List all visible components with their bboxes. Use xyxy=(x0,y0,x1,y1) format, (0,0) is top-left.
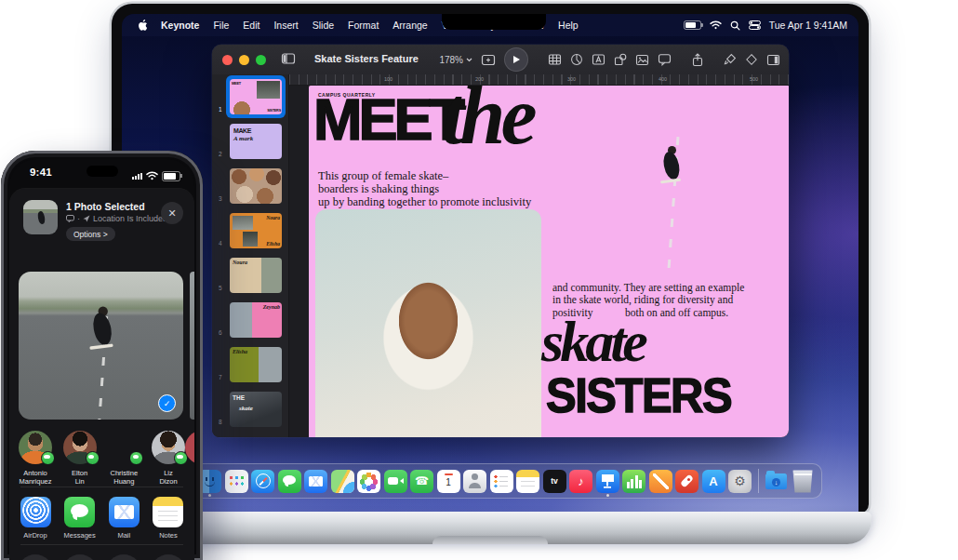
photos-dock-icon[interactable] xyxy=(357,470,380,493)
pages-dock-icon[interactable] xyxy=(649,470,672,493)
copy-action-button[interactable] xyxy=(18,554,53,560)
tv-dock-icon[interactable]: tv xyxy=(543,470,566,493)
zoom-level-dropdown[interactable]: 178% xyxy=(439,55,472,65)
chevron-down-icon xyxy=(466,58,472,62)
system-settings-dock-icon[interactable]: ⚙ xyxy=(728,470,752,493)
menu-item-insert[interactable]: Insert xyxy=(273,20,298,31)
slide-thumbnail-1[interactable]: 1 MEET SISTERS xyxy=(212,74,288,119)
messages-dock-icon[interactable] xyxy=(278,470,301,493)
slide-headline-skate[interactable]: skate xyxy=(541,309,645,375)
maps-dock-icon[interactable] xyxy=(331,470,354,493)
calendar-dock-icon[interactable]: 1 xyxy=(437,470,460,493)
table-icon[interactable] xyxy=(548,53,562,66)
slide-headline-meet[interactable]: MEET xyxy=(313,93,461,146)
add-to-album-action-button[interactable] xyxy=(106,554,141,560)
safari-dock-icon[interactable] xyxy=(251,470,274,493)
share-icon[interactable] xyxy=(691,53,704,67)
document-panel-icon[interactable] xyxy=(766,54,780,66)
wifi-icon[interactable] xyxy=(710,20,722,30)
spotlight-search-icon[interactable] xyxy=(730,20,740,31)
share-sheet-title: 1 Photo Selected xyxy=(66,201,145,212)
contact-christine[interactable]: Christine Huang xyxy=(103,431,144,487)
app-store-dock-icon[interactable]: A xyxy=(702,470,725,493)
close-button[interactable]: ✕ xyxy=(161,202,183,224)
trash-dock-icon[interactable] xyxy=(792,470,815,493)
downloads-dock-icon[interactable]: ↓ xyxy=(765,470,788,493)
phone-dock-icon[interactable]: ☎ xyxy=(410,470,433,493)
shared-album-action-button[interactable] xyxy=(62,554,98,560)
slide-photo-skater[interactable] xyxy=(550,90,783,275)
slide-thumbnail-8[interactable]: 8 THE skate xyxy=(212,387,288,432)
rocket-app-dock-icon[interactable] xyxy=(675,470,699,493)
selected-photo[interactable]: ✓ xyxy=(19,272,183,420)
control-center-icon[interactable] xyxy=(749,20,761,30)
notes-option[interactable]: Notes xyxy=(148,497,189,540)
keynote-dock-icon[interactable] xyxy=(596,470,619,493)
slide-thumbnail-4[interactable]: 4 Noura Elisha xyxy=(212,208,288,253)
status-time: 9:41 xyxy=(30,167,52,178)
messages-badge-icon xyxy=(86,451,100,465)
minimize-window-button[interactable] xyxy=(239,55,249,65)
chart-icon[interactable] xyxy=(570,53,583,66)
menu-clock[interactable]: Tue Apr 1 9:41AM xyxy=(769,20,847,31)
menu-item-help[interactable]: Help xyxy=(558,20,579,31)
airplay-action-button[interactable] xyxy=(151,554,186,560)
comment-icon[interactable] xyxy=(658,53,672,66)
airdrop-contacts-row: Antonio Manriquez Elton Lin Christine Hu… xyxy=(15,431,189,487)
slide-photo-portrait[interactable] xyxy=(315,209,541,437)
add-slide-button[interactable] xyxy=(481,54,496,66)
slide-navigator: 1 MEET SISTERS 2 MAKE A mark xyxy=(212,74,289,437)
text-box-icon[interactable] xyxy=(592,53,605,66)
horizontal-ruler: 100 200 300 400 500 xyxy=(289,74,789,86)
contacts-dock-icon[interactable] xyxy=(463,470,486,493)
view-sidebar-toggle-icon[interactable] xyxy=(281,52,296,65)
launchpad-dock-icon[interactable] xyxy=(225,470,248,493)
cellular-signal-icon xyxy=(132,172,142,180)
mail-dock-icon[interactable] xyxy=(304,470,327,493)
slide-headline-sisters[interactable]: SISTERS xyxy=(546,368,731,422)
menu-item-file[interactable]: File xyxy=(213,20,229,31)
slide-thumbnail-3[interactable]: 3 xyxy=(212,164,288,208)
close-window-button[interactable] xyxy=(222,55,233,65)
menu-item-format[interactable]: Format xyxy=(348,20,379,31)
contact-liz[interactable]: Liz Dizon xyxy=(148,431,189,487)
contact-elton[interactable]: Elton Lin xyxy=(60,431,100,487)
slide-headline-the[interactable]: the xyxy=(442,86,532,163)
slide-thumbnail-7[interactable]: 7 Elisha xyxy=(212,342,288,387)
format-brush-icon[interactable] xyxy=(724,53,737,66)
slide-thumbnail-6[interactable]: 6 Zeynab xyxy=(212,298,288,342)
numbers-dock-icon[interactable] xyxy=(622,470,645,493)
facetime-dock-icon[interactable] xyxy=(384,470,407,493)
avatar xyxy=(107,431,140,464)
media-icon[interactable] xyxy=(635,54,649,66)
slide-editor[interactable]: CAMPUS QUARTERLY MEET the This group of … xyxy=(309,86,789,437)
menu-item-arrange[interactable]: Arrange xyxy=(393,20,427,31)
iphone: 9:41 1 Photo Selected · xyxy=(1,151,203,560)
menu-item-keynote[interactable]: Keynote xyxy=(161,20,199,31)
macbook-base xyxy=(109,512,872,544)
menu-item-edit[interactable]: Edit xyxy=(243,20,259,31)
airdrop-option[interactable]: AirDrop xyxy=(15,497,56,540)
notes-dock-icon[interactable] xyxy=(516,470,539,493)
divider xyxy=(20,544,183,545)
slide-intro-text[interactable]: This group of female skate– boarders is … xyxy=(318,169,579,208)
contact-antonio[interactable]: Antonio Manriquez xyxy=(15,431,56,487)
fullscreen-window-button[interactable] xyxy=(256,55,266,65)
options-button[interactable]: Options > xyxy=(66,227,115,241)
mail-option[interactable]: Mail xyxy=(103,497,144,540)
dock-divider xyxy=(758,469,759,493)
menu-item-slide[interactable]: Slide xyxy=(313,20,334,31)
slide-thumbnail-2[interactable]: 2 MAKE A mark xyxy=(212,119,288,164)
messages-option[interactable]: Messages xyxy=(60,497,100,540)
reminders-dock-icon[interactable] xyxy=(490,470,513,493)
play-button[interactable] xyxy=(504,47,528,72)
animate-icon[interactable] xyxy=(745,53,758,66)
iphone-status-bar: 9:41 xyxy=(9,159,194,183)
music-dock-icon[interactable]: ♪ xyxy=(569,470,592,493)
camera-notch xyxy=(442,14,546,30)
apple-menu-icon[interactable] xyxy=(137,20,147,32)
shape-icon[interactable] xyxy=(614,53,627,66)
battery-icon[interactable] xyxy=(684,20,701,31)
next-photo-edge[interactable] xyxy=(190,272,194,420)
slide-thumbnail-5[interactable]: 5 Noura xyxy=(212,253,288,298)
